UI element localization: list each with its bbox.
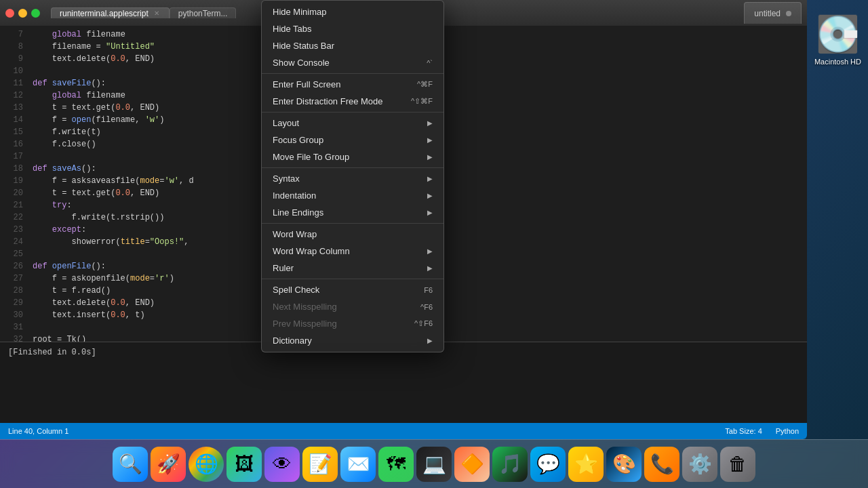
- menu-item-word-wrap[interactable]: Word Wrap: [262, 226, 443, 243]
- submenu-arrow-icon: ▶: [427, 175, 433, 182]
- menu-item-dictionary[interactable]: Dictionary ▶: [262, 332, 443, 349]
- tab-size-label: Tab Size: 4: [725, 427, 762, 435]
- dock-item-preview[interactable]: 👁: [264, 447, 300, 482]
- macintosh-hd-icon[interactable]: 💽 Macintosh HD: [814, 14, 861, 66]
- menu-item-label: Hide Status Bar: [273, 41, 433, 51]
- menu-item-move-file-to-group[interactable]: Move File To Group ▶: [262, 148, 443, 165]
- dock-item-trash[interactable]: 🗑: [720, 447, 755, 482]
- submenu-arrow-icon: ▶: [427, 153, 433, 161]
- dock-item-settings[interactable]: ⚙️: [682, 447, 717, 482]
- dock-item-skype[interactable]: 💬: [530, 447, 566, 482]
- status-right: Tab Size: 4 Python: [725, 427, 799, 435]
- menu-item-label: Show Console: [273, 58, 416, 68]
- menu-item-label: Focus Group: [273, 135, 425, 145]
- menu-item-label: Indentation: [273, 190, 425, 201]
- hard-drive-label: Macintosh HD: [814, 58, 861, 66]
- hard-drive-icon: 💽: [816, 14, 860, 55]
- tab-label: runinterminal.applescript: [60, 9, 149, 18]
- submenu-arrow-icon: ▶: [427, 264, 433, 272]
- minimize-button[interactable]: [18, 9, 27, 18]
- menu-item-label: Word Wrap: [273, 229, 433, 239]
- menu-item-label: Next Misspelling: [273, 302, 410, 312]
- dock-item-photos[interactable]: 🖼: [226, 447, 262, 482]
- menu-item-label: Move File To Group: [273, 152, 425, 162]
- menu-item-shortcut: ^`: [427, 59, 433, 67]
- menu-item-show-console[interactable]: Show Console ^`: [262, 54, 443, 71]
- dock-item-spotify[interactable]: 🎵: [492, 447, 528, 482]
- menu-item-next-misspelling: Next Misspelling ^F6: [262, 298, 443, 315]
- menu-item-shortcut: ^⇧⌘F: [411, 97, 433, 106]
- menu-item-shortcut: ^⌘F: [417, 80, 433, 89]
- menu-item-distraction-free[interactable]: Enter Distraction Free Mode ^⇧⌘F: [262, 93, 443, 110]
- line-numbers: 7 8 9 10 11 12 13 14 15 16 17 18 19 20 2…: [0, 26, 27, 342]
- menu-item-line-endings[interactable]: Line Endings ▶: [262, 204, 443, 221]
- menu-item-syntax[interactable]: Syntax ▶: [262, 170, 443, 187]
- dock-item-notes[interactable]: 📝: [302, 447, 338, 482]
- menu-item-focus-group[interactable]: Focus Group ▶: [262, 131, 443, 148]
- menu-divider: [262, 167, 443, 168]
- menu-item-hide-tabs[interactable]: Hide Tabs: [262, 20, 443, 37]
- dock-item-vlc[interactable]: 🔶: [454, 447, 490, 482]
- menu-item-label: Enter Distraction Free Mode: [273, 96, 400, 106]
- maximize-button[interactable]: [31, 9, 40, 18]
- tab-close-button[interactable]: ✕: [153, 8, 161, 18]
- menu-item-shortcut: ^F6: [420, 303, 433, 311]
- menu-item-label: Enter Full Screen: [273, 79, 406, 89]
- dock-item-contacts[interactable]: 📞: [644, 447, 679, 482]
- menu-divider: [262, 73, 443, 74]
- menu-item-word-wrap-column[interactable]: Word Wrap Column ▶: [262, 243, 443, 260]
- terminal-panel[interactable]: [Finished in 0.0s]: [0, 342, 807, 423]
- menu-item-hide-status-bar[interactable]: Hide Status Bar: [262, 37, 443, 54]
- submenu-arrow-icon: ▶: [427, 119, 433, 127]
- submenu-arrow-icon: ▶: [427, 136, 433, 144]
- menu-item-shortcut: F6: [424, 286, 433, 294]
- dock: 🔍 🚀 🌐 🖼 👁 📝 ✉️ 🗺 💻 🔶 🎵 💬 ⭐ 🎨 📞 ⚙️ 🗑: [0, 439, 868, 488]
- untitled-tab-label: untitled: [754, 9, 781, 18]
- menu-item-spell-check[interactable]: Spell Check F6: [262, 281, 443, 298]
- menu-item-label: Layout: [273, 118, 425, 128]
- menu-item-label: Ruler: [273, 263, 425, 273]
- submenu-arrow-icon: ▶: [427, 192, 433, 199]
- status-bar: Line 40, Column 1 Tab Size: 4 Python: [0, 423, 807, 439]
- dock-item-maps[interactable]: 🗺: [378, 447, 414, 482]
- menu-divider: [262, 223, 443, 224]
- menu-item-label: Spell Check: [273, 285, 413, 295]
- submenu-arrow-icon: ▶: [427, 247, 433, 255]
- submenu-arrow-icon: ▶: [427, 209, 433, 216]
- close-button[interactable]: [5, 9, 14, 18]
- menu-item-label: Hide Tabs: [273, 24, 433, 34]
- menu-item-label: Dictionary: [273, 336, 425, 346]
- menu-item-label: Prev Misspelling: [273, 319, 403, 329]
- menu-item-label: Syntax: [273, 174, 425, 184]
- dock-item-launchpad[interactable]: 🚀: [151, 447, 186, 482]
- dock-item-chrome[interactable]: 🌐: [189, 447, 224, 482]
- dock-item-terminal[interactable]: 💻: [416, 447, 452, 482]
- menu-divider: [262, 112, 443, 113]
- menu-item-hide-minimap[interactable]: Hide Minimap: [262, 3, 443, 20]
- menu-item-label: Word Wrap Column: [273, 246, 425, 256]
- tab-pythonterm[interactable]: pythonTerm...: [170, 7, 237, 18]
- desktop: 💽 Macintosh HD runinterminal.applescript…: [0, 0, 868, 488]
- submenu-arrow-icon: ▶: [427, 337, 433, 344]
- language-label: Python: [776, 427, 799, 435]
- dock-item-mail[interactable]: ✉️: [340, 447, 376, 482]
- dock-item-finder[interactable]: 🔍: [113, 447, 148, 482]
- menu-item-layout[interactable]: Layout ▶: [262, 115, 443, 131]
- dock-item-photoshop[interactable]: 🎨: [606, 447, 642, 482]
- cursor-position: Line 40, Column 1: [8, 427, 68, 435]
- menu-item-indentation[interactable]: Indentation ▶: [262, 187, 443, 204]
- tab-untitled[interactable]: untitled: [744, 2, 802, 24]
- dock-item-reeder[interactable]: ⭐: [568, 447, 604, 482]
- tab-label: pythonTerm...: [178, 9, 228, 18]
- unsaved-indicator: [786, 11, 791, 16]
- menu-divider: [262, 279, 443, 279]
- menu-item-label: Line Endings: [273, 207, 425, 218]
- menu-item-prev-misspelling: Prev Misspelling ^⇧F6: [262, 315, 443, 332]
- menu-item-enter-full-screen[interactable]: Enter Full Screen ^⌘F: [262, 76, 443, 93]
- menu-item-label: Hide Minimap: [273, 7, 433, 17]
- window-controls: [5, 9, 40, 18]
- menu-item-shortcut: ^⇧F6: [414, 319, 433, 328]
- menu-item-ruler[interactable]: Ruler ▶: [262, 260, 443, 277]
- tab-runinterminal[interactable]: runinterminal.applescript ✕: [51, 7, 170, 18]
- context-menu: Hide Minimap Hide Tabs Hide Status Bar S…: [261, 0, 444, 352]
